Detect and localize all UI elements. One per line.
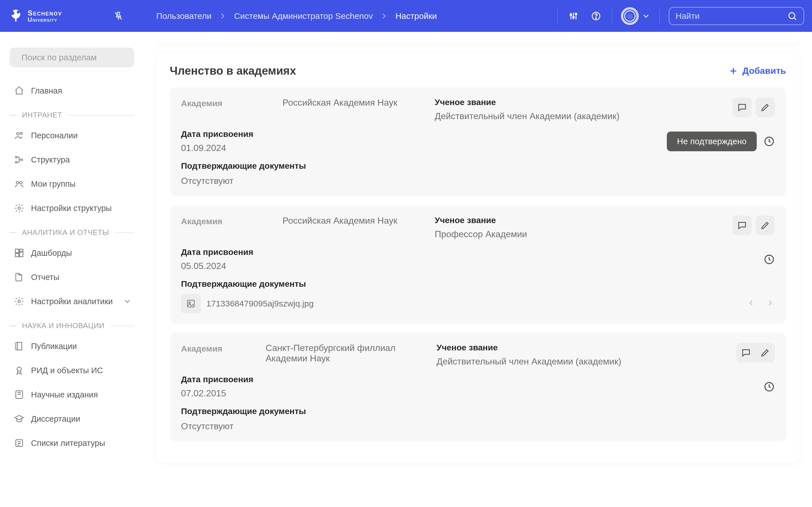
label-academy: Академия [181, 343, 254, 367]
svg-rect-25 [15, 249, 19, 252]
home-icon [14, 86, 24, 96]
breadcrumbs: Пользователи Системы Администратор Seche… [156, 11, 437, 21]
book-icon [14, 341, 24, 351]
clock-icon[interactable] [763, 381, 775, 392]
label-rank: Ученое звание [437, 343, 725, 352]
nav-ip[interactable]: РИД и объекты ИС [7, 358, 137, 383]
divider [557, 9, 558, 23]
nav-bibliography[interactable]: Списки литературы [7, 431, 137, 455]
label-docs: Подтверждающие документы [181, 279, 775, 289]
user-menu[interactable] [621, 7, 651, 25]
nav-publications[interactable]: Публикации [7, 334, 137, 358]
svg-point-9 [573, 16, 574, 18]
value-academy: Санкт-Петербургский филлиал Академии Нау… [266, 343, 425, 367]
svg-rect-27 [20, 252, 23, 257]
global-search[interactable] [669, 7, 804, 25]
doc-filename[interactable]: 1713368479095aj9szwjq.jpg [206, 299, 313, 308]
nav-label: Диссертации [31, 414, 80, 424]
value-docs-none: Отсутствуют [181, 421, 775, 432]
crumb-users[interactable]: Пользователи [156, 11, 211, 21]
nav-label: Настройки структуры [31, 204, 112, 213]
svg-point-24 [18, 207, 20, 210]
nav-home[interactable]: Главная [7, 78, 137, 103]
pencil-icon [760, 348, 770, 358]
global-search-input[interactable] [675, 11, 783, 21]
nav-group-title: ИНТРАНЕТ [22, 111, 62, 119]
doc-prev[interactable] [747, 298, 756, 309]
gear-icon [14, 203, 24, 213]
clock-icon[interactable] [763, 254, 775, 265]
chevron-right-icon [766, 298, 775, 307]
nav-group-science: НАУКА И ИННОВАЦИИ [10, 321, 134, 330]
prev-panel-shadow [156, 39, 800, 43]
help-button[interactable] [589, 9, 603, 23]
nav-label: Публикации [31, 342, 77, 351]
sidebar: Главная ИНТРАНЕТ Персоналии Структура Мо… [0, 32, 144, 507]
value-academy: Российская Академия Наук [283, 98, 397, 121]
label-date: Дата присвоения [181, 375, 752, 384]
crumb-settings[interactable]: Настройки [395, 11, 437, 21]
label-academy: Академия [181, 216, 271, 239]
value-rank: Действительный член Академии (академик) [437, 356, 725, 367]
nav-personas[interactable]: Персоналии [7, 123, 137, 148]
nav-group-intranet: ИНТРАНЕТ [10, 111, 134, 119]
edit-button[interactable] [756, 216, 775, 235]
gear-icon [14, 296, 24, 306]
nav-groups[interactable]: Мои группы [7, 172, 137, 196]
value-docs-none: Отсутствуют [181, 176, 775, 186]
nav-dashboards[interactable]: Дашборды [7, 241, 137, 265]
svg-point-12 [596, 18, 597, 18]
svg-point-3 [17, 10, 20, 13]
comment-icon [737, 220, 747, 230]
sidebar-search[interactable] [10, 48, 134, 67]
nav-structure[interactable]: Структура [7, 148, 137, 172]
dashboard-icon [14, 248, 24, 258]
image-icon [186, 298, 196, 309]
svg-point-23 [20, 181, 22, 184]
grad-cap-icon [14, 414, 24, 424]
nav-label: Главная [31, 86, 62, 96]
pin-toggle[interactable] [112, 9, 125, 23]
edit-button[interactable] [756, 98, 775, 117]
label-academy: Академия [181, 98, 271, 121]
svg-point-19 [15, 156, 17, 158]
svg-point-10 [575, 13, 577, 15]
main-content: Членство в академиях Добавить Академия Р… [144, 32, 812, 507]
sidebar-search-input[interactable] [21, 53, 129, 62]
doc-thumbnail[interactable] [181, 294, 201, 314]
add-button[interactable]: Добавить [728, 66, 786, 76]
pin-off-icon [113, 11, 123, 21]
svg-point-22 [16, 181, 19, 184]
value-date: 01.09.2024 [181, 143, 656, 153]
chevron-left-icon [747, 298, 756, 307]
tree-logo-icon [8, 8, 24, 24]
nav-group-title: АНАЛИТИКА И ОТЧЕТЫ [22, 228, 109, 237]
search-icon [787, 11, 797, 21]
nav-structure-settings[interactable]: Настройки структуры [7, 196, 137, 220]
label-date: Дата присвоения [181, 129, 656, 139]
chevron-right-icon [379, 11, 389, 20]
chevron-right-icon [218, 11, 227, 20]
nav-journals[interactable]: Научные издания [7, 383, 137, 407]
svg-rect-26 [20, 249, 23, 251]
clock-icon[interactable] [763, 136, 775, 147]
help-icon [591, 11, 601, 21]
panel-title: Членство в академиях [170, 64, 296, 77]
membership-card: Академия Российская Академия Наук Ученое… [170, 205, 786, 324]
svg-rect-42 [188, 300, 194, 307]
comment-button[interactable] [737, 343, 756, 362]
doc-next[interactable] [766, 298, 775, 309]
nav-analytics-settings[interactable]: Настройки аналитики [7, 289, 137, 314]
group-icon [14, 179, 24, 189]
adjust-button[interactable] [567, 9, 580, 23]
comment-button[interactable] [732, 216, 752, 235]
tree-icon [14, 155, 24, 165]
svg-line-14 [794, 18, 796, 20]
logo[interactable]: Sechenov University [8, 8, 62, 24]
divider [612, 9, 612, 23]
edit-button[interactable] [756, 343, 775, 362]
nav-dissertations[interactable]: Диссертации [7, 407, 137, 431]
comment-button[interactable] [732, 98, 752, 117]
nav-reports[interactable]: Отчеты [7, 265, 137, 289]
crumb-admin[interactable]: Системы Администратор Sechenov [234, 11, 373, 21]
